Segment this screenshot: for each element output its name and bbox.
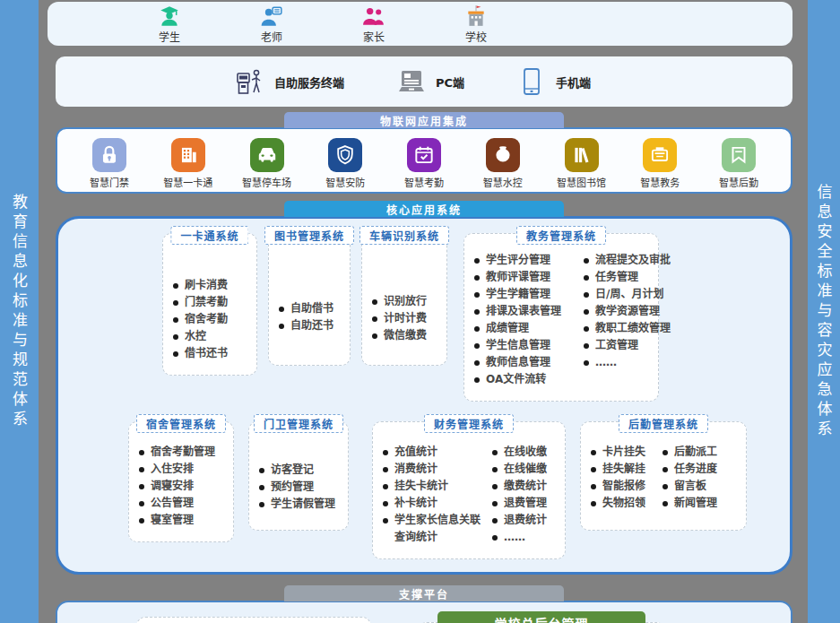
iot-item-academic: 智慧教务 [628,138,692,189]
school-icon [464,4,488,28]
feature-item: 学生评分管理 [473,252,579,269]
feature-item: 任务管理 [583,269,688,286]
admin-platform-title: 学校总后台管理 [437,611,645,623]
system-card-dorm: 宿舍管理系统 宿舍考勤管理入住安排调寝安排公告管理寝室管理 [128,421,234,542]
academic-feature-list-left: 学生评分管理教师评课管理学生学籍管理排课及课表管理成绩管理学生信息管理教师信息管… [473,252,579,388]
onecard-feature-list: 刷卡消费门禁考勤宿舍考勤水控借书还书 [172,277,247,362]
feature-item: OA文件流转 [473,371,579,388]
feature-item: 后勤派工 [662,444,717,461]
logistics-feature-list-left: 卡片挂失挂失解挂智能报修失物招领 [590,444,645,512]
user-role-student: 学生 [142,4,197,44]
feature-item: 寝室管理 [138,512,224,529]
feature-item: 学生家长信息关联查询统计 [382,512,488,546]
dorm-feature-list: 宿舍考勤管理入住安排调寝安排公告管理寝室管理 [138,444,224,529]
core-row-1: 一卡通系统 刷卡消费门禁考勤宿舍考勤水控借书还书 图书管理系统 自助借书自助还书… [67,233,781,402]
finance-feature-list-left: 充值统计消费统计挂失卡统计补卡统计学生家长信息关联查询统计 [382,444,488,546]
feature-item: 流程提交及审批 [583,252,688,269]
right-standards-label: 信息安全标准与容灾应急体系 [813,184,836,440]
system-card-library: 图书管理系统 自助借书自助还书 [268,233,351,366]
calendar-check-icon [412,143,436,167]
feature-item: 补卡统计 [382,495,488,512]
support-section-header: 支撑平台 [284,585,564,601]
diagram-content: 学生 老师 家长 [48,0,792,623]
laptop-icon [396,66,427,97]
feature-item: 在线催缴 [491,461,547,478]
feature-item: 刷卡消费 [172,277,247,294]
feature-item: 门禁考勤 [172,294,247,311]
feature-item: 成绩管理 [473,320,579,337]
system-card-finance: 财务管理系统 充值统计消费统计挂失卡统计补卡统计学生家长信息关联查询统计 在线收… [372,421,566,559]
finance-feature-list-right: 在线收缴在线催缴缴费统计退费管理退费统计…… [491,444,547,546]
system-card-logistics: 后勤管理系统 卡片挂失挂失解挂智能报修失物招领 后勤派工任务进度留言板新闻管理 [580,421,747,531]
feature-item: 借书还书 [172,345,247,362]
terminal-pc: PC端 [396,66,464,97]
feature-item: 消费统计 [382,461,488,478]
feature-item: 工资管理 [583,337,688,354]
core-row-2: 宿舍管理系统 宿舍考勤管理入住安排调寝安排公告管理寝室管理 门卫管理系统 访客登… [67,421,781,559]
access-terminals-row: 自助服务终端 PC端 手机端 [56,56,792,107]
feature-item: 学生学籍管理 [473,286,579,303]
library-feature-list: 自助借书自助还书 [278,300,341,334]
feature-item: 访客登记 [258,462,339,479]
core-systems-box: 一卡通系统 刷卡消费门禁考勤宿舍考勤水控借书还书 图书管理系统 自助借书自助还书… [56,216,792,575]
feature-item: 挂失解挂 [590,461,645,478]
books-icon [570,143,593,167]
feature-item: 微信缴费 [371,327,437,344]
feature-item: 计时计费 [371,310,437,327]
core-section-header: 核心应用系统 [284,201,564,217]
right-standards-bar: 信息安全标准与容灾应急体系 [808,0,840,623]
iot-item-attendance: 智慧考勤 [392,138,456,189]
phone-icon [516,66,547,97]
system-card-gate: 门卫管理系统 访客登记预约管理学生请假管理 [248,421,349,531]
feature-item: 排课及课表管理 [473,303,579,320]
iot-item-onecard: 智慧一卡通 [156,138,221,189]
water-jar-icon [491,143,515,167]
feature-item: 智能报修 [590,478,645,495]
system-card-vehicle: 车辆识别系统 识别放行计时计费微信缴费 [361,233,447,366]
feature-item: 充值统计 [382,444,488,461]
feature-item: 自助还书 [278,317,341,334]
feature-item: 挂失卡统计 [382,478,488,495]
feature-item: 宿舍考勤管理 [138,444,224,461]
iot-apps-row: 智慧门禁 智慧一卡通 [56,127,792,194]
left-standards-bar: 教育信息化标准与规范体系 [0,0,39,623]
iot-item-parking: 智慧停车场 [235,138,299,189]
building-icon [177,143,200,167]
feature-item: …… [583,354,688,371]
lock-icon [98,143,121,167]
banner-icon [727,143,750,167]
feature-item: 在线收缴 [491,444,547,461]
vehicle-feature-list: 识别放行计时计费微信缴费 [371,293,437,344]
user-role-teacher: 老师 [244,4,299,44]
iot-section-header: 物联网应用集成 [284,112,564,128]
feature-item: 教职工绩效管理 [583,320,688,337]
support-platform-box: 基础数据平台 基础数据管理 平台全局配置 统一身份认证 用户账户与权限管理 单点… [56,601,792,623]
feature-item: 退费管理 [491,495,547,512]
parents-icon [362,4,385,28]
user-role-school: 学校 [448,4,504,44]
support-platform-section: 支撑平台 基础数据平台 基础数据管理 平台全局配置 统一身份认证 用户账户与权限… [56,585,792,623]
feature-item: 预约管理 [258,479,339,496]
iot-section: 物联网应用集成 智慧门禁 [56,112,792,194]
core-systems-section: 核心应用系统 一卡通系统 刷卡消费门禁考勤宿舍考勤水控借书还书 图书管理系统 自… [56,201,792,575]
user-role-parents: 家长 [346,4,402,44]
feature-item: 学生请假管理 [258,496,339,513]
iot-item-water: 智慧水控 [471,138,535,189]
feature-item: 教学资源管理 [583,303,688,320]
iot-item-access: 智慧门禁 [77,138,142,189]
kiosk-icon [235,66,265,97]
system-card-onecard: 一卡通系统 刷卡消费门禁考勤宿舍考勤水控借书还书 [162,233,257,376]
feature-item: 缴费统计 [491,478,547,495]
iot-item-library: 智慧图书馆 [550,138,614,189]
feature-item: 教师信息管理 [473,354,579,371]
car-icon [255,143,279,167]
feature-item: 新闻管理 [662,495,717,512]
academic-feature-list-right: 流程提交及审批任务管理日/周、月计划教学资源管理教职工绩效管理工资管理…… [583,252,688,388]
feature-item: 水控 [172,328,247,345]
feature-item: 自助借书 [278,300,341,317]
feature-item: 失物招领 [590,495,645,512]
logistics-feature-list-right: 后勤派工任务进度留言板新闻管理 [662,444,717,512]
shield-icon [333,143,357,167]
feature-item: 学生信息管理 [473,337,579,354]
user-roles-row: 学生 老师 家长 [48,2,792,46]
